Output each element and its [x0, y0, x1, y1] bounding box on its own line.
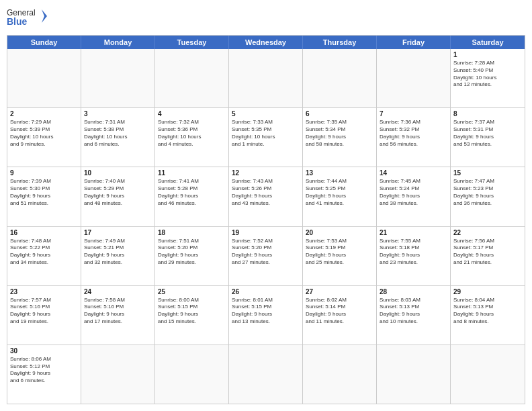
header: General Blue: [7, 7, 525, 31]
day-cell: 3Sunrise: 7:31 AMSunset: 5:38 PMDaylight…: [81, 108, 155, 167]
day-cell: [303, 49, 377, 107]
day-cell: 14Sunrise: 7:45 AMSunset: 5:24 PMDayligh…: [377, 167, 451, 226]
svg-text:Blue: Blue: [7, 16, 28, 27]
day-header-tuesday: Tuesday: [155, 36, 229, 49]
day-info: Sunrise: 7:57 AMSunset: 5:16 PMDaylight:…: [10, 297, 78, 326]
day-number: 4: [158, 110, 226, 118]
day-info: Sunrise: 7:32 AMSunset: 5:36 PMDaylight:…: [158, 119, 226, 148]
day-number: 6: [306, 110, 373, 118]
day-cell: [155, 49, 229, 107]
day-cell: 16Sunrise: 7:48 AMSunset: 5:22 PMDayligh…: [7, 227, 81, 285]
day-cell: 28Sunrise: 8:03 AMSunset: 5:13 PMDayligh…: [377, 286, 451, 345]
day-cell: 19Sunrise: 7:52 AMSunset: 5:20 PMDayligh…: [229, 227, 303, 285]
day-cell: 17Sunrise: 7:49 AMSunset: 5:21 PMDayligh…: [81, 227, 155, 285]
day-info: Sunrise: 7:36 AMSunset: 5:32 PMDaylight:…: [380, 119, 447, 148]
day-info: Sunrise: 8:00 AMSunset: 5:15 PMDaylight:…: [158, 297, 226, 326]
day-number: 21: [380, 229, 447, 236]
day-header-saturday: Saturday: [451, 36, 525, 49]
day-info: Sunrise: 7:51 AMSunset: 5:20 PMDaylight:…: [158, 238, 226, 267]
day-cell: 25Sunrise: 8:00 AMSunset: 5:15 PMDayligh…: [155, 286, 229, 345]
day-header-sunday: Sunday: [7, 36, 81, 49]
day-info: Sunrise: 8:04 AMSunset: 5:13 PMDaylight:…: [453, 297, 522, 326]
day-cell: [303, 345, 377, 404]
day-cell: 29Sunrise: 8:04 AMSunset: 5:13 PMDayligh…: [451, 286, 525, 345]
day-info: Sunrise: 7:39 AMSunset: 5:30 PMDaylight:…: [10, 178, 78, 207]
day-info: Sunrise: 7:56 AMSunset: 5:17 PMDaylight:…: [453, 238, 522, 267]
day-number: 3: [84, 110, 152, 118]
day-cell: [229, 49, 303, 107]
day-cell: 26Sunrise: 8:01 AMSunset: 5:15 PMDayligh…: [229, 286, 303, 345]
day-number: 8: [453, 110, 522, 118]
day-info: Sunrise: 7:45 AMSunset: 5:24 PMDaylight:…: [380, 178, 447, 207]
day-cell: 8Sunrise: 7:37 AMSunset: 5:31 PMDaylight…: [451, 108, 525, 167]
day-info: Sunrise: 7:41 AMSunset: 5:28 PMDaylight:…: [158, 178, 226, 207]
day-cell: 13Sunrise: 7:44 AMSunset: 5:25 PMDayligh…: [303, 167, 377, 226]
day-number: 11: [158, 169, 226, 177]
day-info: Sunrise: 7:29 AMSunset: 5:39 PMDaylight:…: [10, 119, 78, 148]
day-number: 23: [10, 288, 78, 295]
day-cell: [229, 345, 303, 404]
day-number: 29: [453, 288, 522, 295]
day-number: 19: [232, 229, 300, 236]
day-info: Sunrise: 7:52 AMSunset: 5:20 PMDaylight:…: [232, 238, 300, 267]
day-cell: [155, 345, 229, 404]
week-row-2: 2Sunrise: 7:29 AMSunset: 5:39 PMDaylight…: [7, 108, 525, 167]
day-cell: 27Sunrise: 8:02 AMSunset: 5:14 PMDayligh…: [303, 286, 377, 345]
day-number: 14: [380, 169, 447, 177]
day-cell: 1Sunrise: 7:28 AMSunset: 5:40 PMDaylight…: [451, 49, 525, 107]
calendar-body: 1Sunrise: 7:28 AMSunset: 5:40 PMDaylight…: [7, 49, 525, 404]
day-info: Sunrise: 7:55 AMSunset: 5:18 PMDaylight:…: [380, 238, 447, 267]
day-info: Sunrise: 7:53 AMSunset: 5:19 PMDaylight:…: [306, 238, 373, 267]
day-number: 26: [232, 288, 300, 295]
day-number: 5: [232, 110, 300, 118]
day-cell: 20Sunrise: 7:53 AMSunset: 5:19 PMDayligh…: [303, 227, 377, 285]
day-info: Sunrise: 7:35 AMSunset: 5:34 PMDaylight:…: [306, 119, 373, 148]
day-cell: 2Sunrise: 7:29 AMSunset: 5:39 PMDaylight…: [7, 108, 81, 167]
day-number: 9: [10, 169, 78, 177]
day-cell: 10Sunrise: 7:40 AMSunset: 5:29 PMDayligh…: [81, 167, 155, 226]
day-cell: [81, 49, 155, 107]
day-number: 1: [453, 51, 522, 58]
day-number: 2: [10, 110, 78, 118]
day-number: 24: [84, 288, 152, 295]
day-info: Sunrise: 7:47 AMSunset: 5:23 PMDaylight:…: [453, 178, 522, 207]
day-cell: 18Sunrise: 7:51 AMSunset: 5:20 PMDayligh…: [155, 227, 229, 285]
day-number: 13: [306, 169, 373, 177]
day-number: 17: [84, 229, 152, 236]
day-header-monday: Monday: [81, 36, 155, 49]
day-number: 25: [158, 288, 226, 295]
day-info: Sunrise: 7:37 AMSunset: 5:31 PMDaylight:…: [453, 119, 522, 148]
day-number: 16: [10, 229, 78, 236]
generalblue-logo-icon: General Blue: [7, 7, 47, 31]
day-number: 28: [380, 288, 447, 295]
day-info: Sunrise: 7:44 AMSunset: 5:25 PMDaylight:…: [306, 178, 373, 207]
day-info: Sunrise: 7:48 AMSunset: 5:22 PMDaylight:…: [10, 238, 78, 267]
day-header-wednesday: Wednesday: [229, 36, 303, 49]
day-info: Sunrise: 8:03 AMSunset: 5:13 PMDaylight:…: [380, 297, 447, 326]
week-row-5: 23Sunrise: 7:57 AMSunset: 5:16 PMDayligh…: [7, 286, 525, 345]
day-cell: [377, 49, 451, 107]
day-header-friday: Friday: [377, 36, 451, 49]
week-row-4: 16Sunrise: 7:48 AMSunset: 5:22 PMDayligh…: [7, 227, 525, 286]
day-cell: 5Sunrise: 7:33 AMSunset: 5:35 PMDaylight…: [229, 108, 303, 167]
day-number: 30: [10, 347, 78, 355]
day-cell: 4Sunrise: 7:32 AMSunset: 5:36 PMDaylight…: [155, 108, 229, 167]
week-row-6: 30Sunrise: 8:06 AMSunset: 5:12 PMDayligh…: [7, 345, 525, 404]
day-info: Sunrise: 7:49 AMSunset: 5:21 PMDaylight:…: [84, 238, 152, 267]
day-cell: [81, 345, 155, 404]
day-cell: 21Sunrise: 7:55 AMSunset: 5:18 PMDayligh…: [377, 227, 451, 285]
day-info: Sunrise: 7:40 AMSunset: 5:29 PMDaylight:…: [84, 178, 152, 207]
day-cell: 12Sunrise: 7:43 AMSunset: 5:26 PMDayligh…: [229, 167, 303, 226]
day-info: Sunrise: 7:58 AMSunset: 5:16 PMDaylight:…: [84, 297, 152, 326]
day-number: 10: [84, 169, 152, 177]
calendar-page: General Blue SundayMondayTuesdayWednesda…: [0, 0, 532, 411]
day-info: Sunrise: 8:01 AMSunset: 5:15 PMDaylight:…: [232, 297, 300, 326]
day-cell: [451, 345, 525, 404]
day-number: 27: [306, 288, 373, 295]
day-info: Sunrise: 8:02 AMSunset: 5:14 PMDaylight:…: [306, 297, 373, 326]
day-number: 20: [306, 229, 373, 236]
day-cell: 15Sunrise: 7:47 AMSunset: 5:23 PMDayligh…: [451, 167, 525, 226]
svg-marker-2: [42, 9, 47, 23]
day-number: 18: [158, 229, 226, 236]
day-cell: 22Sunrise: 7:56 AMSunset: 5:17 PMDayligh…: [451, 227, 525, 285]
